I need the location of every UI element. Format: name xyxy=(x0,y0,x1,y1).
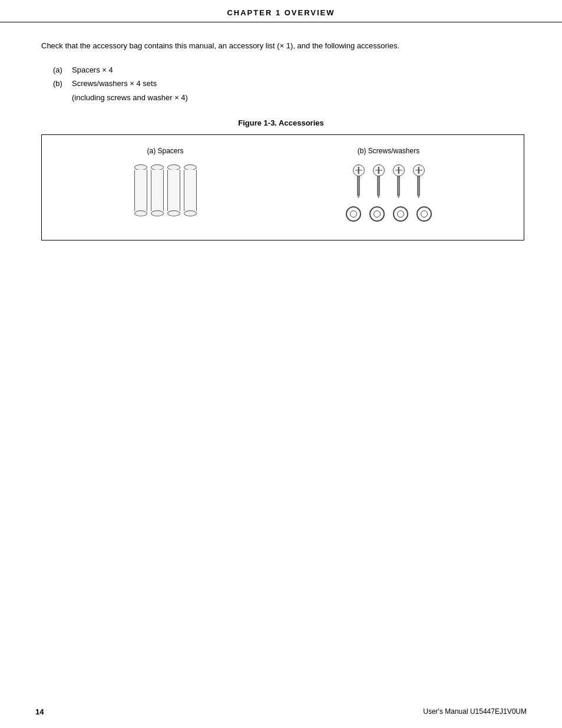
screw-4 xyxy=(413,164,425,198)
screws-subtext: (including screws and washer × 4) xyxy=(72,91,188,104)
chapter-title: CHAPTER 1 OVERVIEW xyxy=(227,8,335,17)
screw-tip-3 xyxy=(397,195,400,198)
washers-row xyxy=(346,206,432,222)
page: CHAPTER 1 OVERVIEW Check that the access… xyxy=(0,0,562,728)
chapter-header: CHAPTER 1 OVERVIEW xyxy=(0,0,562,22)
spacer-1 xyxy=(134,164,147,216)
screw-shaft-1 xyxy=(357,176,360,195)
screw-2 xyxy=(373,164,385,198)
screw-head-4 xyxy=(413,164,425,176)
screw-3 xyxy=(393,164,405,198)
screw-head-1 xyxy=(353,164,365,176)
list-item-screws-sub: (including screws and washer × 4) xyxy=(53,91,521,104)
screw-tip-2 xyxy=(377,195,380,198)
accessories-list: (a) Spacers × 4 (b) Screws/washers × 4 s… xyxy=(53,63,521,104)
screw-tip-1 xyxy=(357,195,360,198)
list-item-spacers: (a) Spacers × 4 xyxy=(53,63,521,77)
spacer-body-3 xyxy=(167,170,180,211)
spacer-bottom-4 xyxy=(184,210,197,216)
screw-shaft-2 xyxy=(377,176,380,195)
spacer-body-4 xyxy=(184,170,197,211)
page-number: 14 xyxy=(35,707,44,716)
spacers-diagram: (a) Spacers xyxy=(134,147,197,216)
spacers-text: Spacers × 4 xyxy=(72,63,113,77)
list-label-b: (b) xyxy=(53,77,72,90)
screws-text: Screws/washers × 4 sets xyxy=(72,77,157,90)
spacers-group xyxy=(134,164,197,216)
figure-box: (a) Spacers xyxy=(41,134,524,241)
spacer-bottom-3 xyxy=(167,210,180,216)
screws-diagram: (b) Screws/washers xyxy=(346,147,432,222)
list-label-a: (a) xyxy=(53,63,72,77)
washer-4 xyxy=(416,206,432,222)
figure-section: Figure 1-3. Accessories (a) Spacers xyxy=(41,118,521,241)
screw-shaft-3 xyxy=(397,176,400,195)
washer-2 xyxy=(369,206,385,222)
spacers-diagram-label: (a) Spacers xyxy=(147,147,183,155)
spacer-body-2 xyxy=(151,170,164,211)
page-footer: 14 User's Manual U15447EJ1V0UM xyxy=(0,707,562,716)
washer-3 xyxy=(393,206,408,222)
spacer-bottom-2 xyxy=(151,210,164,216)
screws-diagram-label: (b) Screws/washers xyxy=(358,147,419,155)
main-content: Check that the accessory bag contains th… xyxy=(0,22,562,241)
manual-reference: User's Manual U15447EJ1V0UM xyxy=(423,707,527,716)
spacer-4 xyxy=(184,164,197,216)
screws-row xyxy=(353,164,425,198)
screw-head-3 xyxy=(393,164,405,176)
spacer-bottom-1 xyxy=(134,210,147,216)
screw-head-2 xyxy=(373,164,385,176)
spacer-body-1 xyxy=(134,170,147,211)
intro-paragraph: Check that the accessory bag contains th… xyxy=(41,40,521,52)
figure-caption: Figure 1-3. Accessories xyxy=(41,118,521,127)
list-item-screws: (b) Screws/washers × 4 sets xyxy=(53,77,521,90)
washer-1 xyxy=(346,206,361,222)
spacer-3 xyxy=(167,164,180,216)
spacer-2 xyxy=(151,164,164,216)
screw-tip-4 xyxy=(417,195,420,198)
screw-1 xyxy=(353,164,365,198)
screw-shaft-4 xyxy=(417,176,420,195)
